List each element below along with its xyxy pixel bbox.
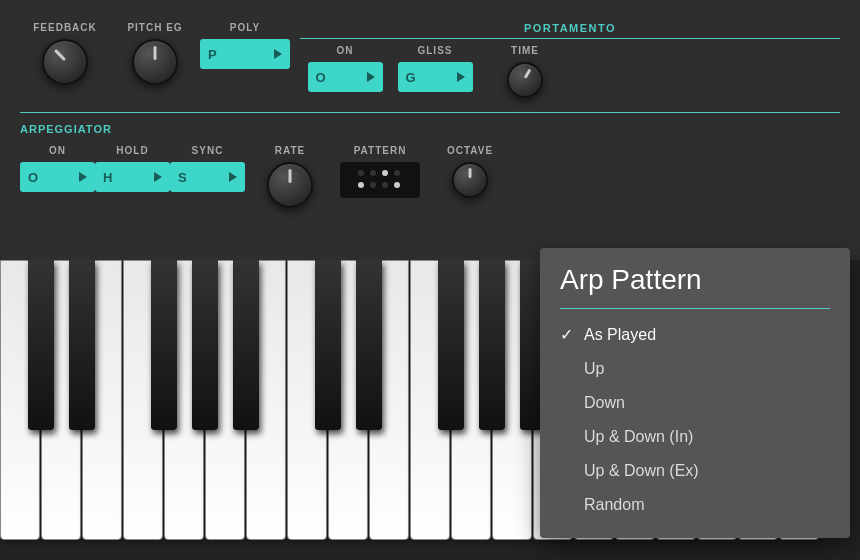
pitch-eg-label: PITCH EG: [127, 22, 182, 33]
dropdown-item-up-&-down-(in)[interactable]: Up & Down (In): [540, 420, 850, 454]
black-key[interactable]: [479, 260, 505, 430]
portamento-gliss-arrow: [457, 72, 465, 82]
arp-rate-knob[interactable]: [267, 162, 313, 208]
portamento-time-group: TIME: [480, 45, 570, 98]
black-key[interactable]: [69, 260, 95, 430]
black-key[interactable]: [233, 260, 259, 430]
dropdown-title: Arp Pattern: [540, 264, 850, 308]
dropdown-item-down[interactable]: Down: [540, 386, 850, 420]
dropdown-item-label: As Played: [584, 326, 656, 344]
black-key[interactable]: [438, 260, 464, 430]
poly-toggle[interactable]: P: [200, 39, 290, 69]
portamento-time-label: TIME: [511, 45, 539, 56]
synth-panel: FEEDBACK PITCH EG POLY P PORTAMENTO ON: [0, 0, 860, 260]
portamento-on-label: ON: [337, 45, 354, 56]
arp-on-label: ON: [49, 145, 66, 156]
arp-octave-label: OCTAVE: [447, 145, 493, 156]
arpeggiator-label: ARPEGGIATOR: [20, 123, 112, 135]
black-key[interactable]: [192, 260, 218, 430]
dropdown-item-as-played[interactable]: ✓As Played: [540, 317, 850, 352]
portamento-on-arrow: [367, 72, 375, 82]
arp-pattern-group: PATTERN: [335, 145, 425, 198]
arp-pattern-label: PATTERN: [354, 145, 407, 156]
black-key[interactable]: [356, 260, 382, 430]
feedback-knob[interactable]: [42, 39, 88, 85]
arp-octave-knob[interactable]: [452, 162, 488, 198]
portamento-gliss-value: G: [406, 70, 416, 85]
pattern-dots: [354, 166, 406, 194]
arp-sync-label: SYNC: [192, 145, 224, 156]
portamento-on-toggle[interactable]: O: [308, 62, 383, 92]
dropdown-item-up[interactable]: Up: [540, 352, 850, 386]
portamento-gliss-group: GLISS G: [390, 45, 480, 92]
poly-value: P: [208, 47, 217, 62]
portamento-gliss-label: GLISS: [417, 45, 452, 56]
dropdown-item-label: Up: [584, 360, 604, 378]
arp-hold-toggle[interactable]: H: [95, 162, 170, 192]
feedback-group: FEEDBACK: [20, 22, 110, 85]
poly-group: POLY P: [200, 22, 290, 69]
poly-arrow: [274, 49, 282, 59]
arp-hold-label: HOLD: [116, 145, 148, 156]
dropdown-divider: [560, 308, 830, 309]
arp-pattern-display[interactable]: [340, 162, 420, 198]
portamento-on-group: ON O: [300, 45, 390, 92]
dropdown-items-container: ✓As PlayedUpDownUp & Down (In)Up & Down …: [540, 317, 850, 522]
portamento-time-knob[interactable]: [507, 62, 543, 98]
portamento-label: PORTAMENTO: [300, 22, 840, 39]
dropdown-item-label: Up & Down (In): [584, 428, 693, 446]
arp-sync-group: SYNC S: [170, 145, 245, 192]
dropdown-item-label: Down: [584, 394, 625, 412]
poly-label: POLY: [230, 22, 260, 33]
arp-hold-group: HOLD H: [95, 145, 170, 192]
arp-sync-toggle[interactable]: S: [170, 162, 245, 192]
arpeggiator-section: ARPEGGIATOR ON O HOLD H SYNC: [20, 112, 840, 208]
dropdown-item-label: Up & Down (Ex): [584, 462, 699, 480]
dropdown-item-up-&-down-(ex)[interactable]: Up & Down (Ex): [540, 454, 850, 488]
black-key[interactable]: [315, 260, 341, 430]
arp-pattern-dropdown: Arp Pattern ✓As PlayedUpDownUp & Down (I…: [540, 248, 850, 538]
arp-rate-group: RATE: [245, 145, 335, 208]
portamento-gliss-toggle[interactable]: G: [398, 62, 473, 92]
black-key[interactable]: [28, 260, 54, 430]
feedback-label: FEEDBACK: [33, 22, 97, 33]
portamento-on-value: O: [316, 70, 326, 85]
arp-rate-label: RATE: [275, 145, 305, 156]
check-icon: ✓: [560, 325, 576, 344]
dropdown-item-random[interactable]: Random: [540, 488, 850, 522]
black-key[interactable]: [151, 260, 177, 430]
arp-on-group: ON O: [20, 145, 95, 192]
pitch-eg-group: PITCH EG: [110, 22, 200, 85]
arp-octave-group: OCTAVE: [425, 145, 515, 198]
arp-on-toggle[interactable]: O: [20, 162, 95, 192]
portamento-section: PORTAMENTO ON O GLISS G: [290, 22, 840, 98]
pitch-eg-knob[interactable]: [132, 39, 178, 85]
dropdown-item-label: Random: [584, 496, 644, 514]
